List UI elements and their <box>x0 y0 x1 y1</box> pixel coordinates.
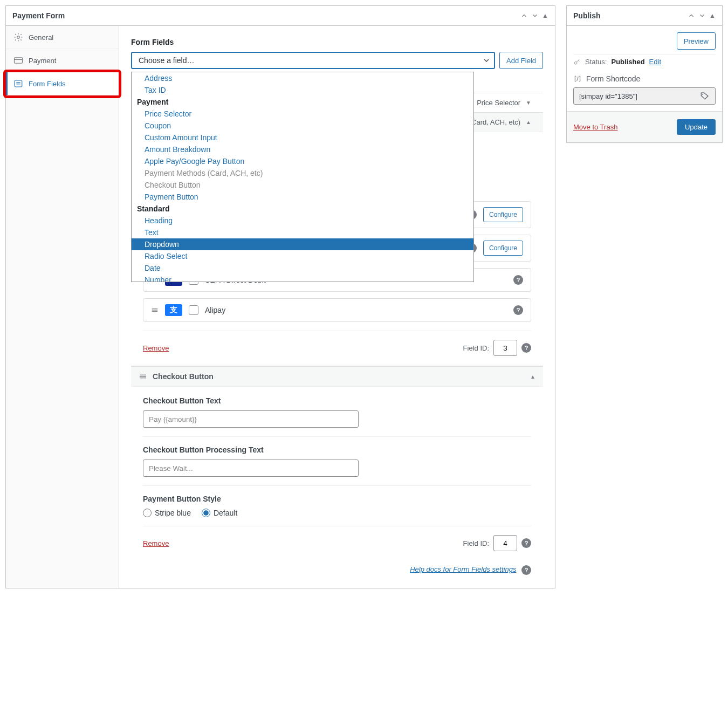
chevron-up-icon: ▲ <box>526 119 531 125</box>
radio-default[interactable]: Default <box>202 509 237 517</box>
sidebar-item-label: General <box>29 33 53 42</box>
optgroup-payment: Payment <box>132 96 473 108</box>
move-to-trash-link[interactable]: Move to Trash <box>573 123 617 131</box>
code-icon <box>573 74 582 83</box>
field-id-label: Field ID: <box>463 539 489 547</box>
accordion-title: Price Selector <box>477 99 520 107</box>
button-style-label: Payment Button Style <box>143 495 531 503</box>
payment-method-row-alipay: 支 Alipay ? <box>143 298 531 322</box>
svg-point-0 <box>17 36 20 39</box>
gear-icon <box>13 32 23 42</box>
sidebar-item-general[interactable]: General <box>6 26 119 49</box>
option-payment-methods: Payment Methods (Card, ACH, etc) <box>132 167 473 179</box>
field-type-dropdown[interactable]: Address Tax ID Payment Price Selector Co… <box>131 72 474 282</box>
checkout-text-input[interactable] <box>143 410 359 428</box>
section-heading: Form Fields <box>131 38 543 46</box>
svg-rect-3 <box>15 80 22 87</box>
sidebar-item-payment[interactable]: Payment <box>6 49 119 72</box>
publish-panel: Publish ▲ Preview <box>566 5 723 143</box>
accordion-checkout-button: Checkout Button ▲ Checkout Button Text C… <box>131 366 543 561</box>
chevron-down-icon[interactable] <box>698 12 706 19</box>
optgroup-standard: Standard <box>132 203 473 215</box>
chevron-up-icon[interactable] <box>688 12 695 19</box>
option-date[interactable]: Date <box>132 262 473 274</box>
settings-sidebar: General Payment Form Fields <box>6 26 119 588</box>
option-amount-breakdown[interactable]: Amount Breakdown <box>132 143 473 155</box>
panel-title: Publish <box>573 11 601 20</box>
chevron-up-icon[interactable] <box>520 12 528 19</box>
edit-status-link[interactable]: Edit <box>649 58 661 66</box>
shortcode-value: [simpay id="1385"] <box>579 92 637 100</box>
sidebar-item-form-fields[interactable]: Form Fields <box>6 72 119 95</box>
shortcode-box[interactable]: [simpay id="1385"] <box>573 87 716 105</box>
accordion-header[interactable]: Checkout Button ▲ <box>131 367 543 387</box>
option-payment-button[interactable]: Payment Button <box>132 191 473 203</box>
option-custom-amount[interactable]: Custom Amount Input <box>132 132 473 143</box>
preview-button[interactable]: Preview <box>677 32 716 50</box>
form-icon <box>13 79 23 88</box>
remove-link[interactable]: Remove <box>143 539 169 547</box>
option-radio-select[interactable]: Radio Select <box>132 250 473 262</box>
field-id-input[interactable] <box>493 535 517 551</box>
panel-header: Publish ▲ <box>567 6 722 26</box>
form-fields-content: Form Fields Choose a field… Add Field <box>119 26 555 588</box>
drag-handle-icon[interactable] <box>139 372 147 381</box>
help-docs-link[interactable]: Help docs for Form Fields settings <box>410 565 516 573</box>
processing-text-label: Checkout Button Processing Text <box>143 445 531 454</box>
alipay-logo-icon: 支 <box>165 304 182 316</box>
update-button[interactable]: Update <box>677 119 716 135</box>
help-icon[interactable]: ? <box>521 343 531 353</box>
chevron-down-icon[interactable] <box>531 12 539 19</box>
collapse-toggle-icon[interactable]: ▲ <box>542 12 548 19</box>
add-field-button[interactable]: Add Field <box>499 52 543 69</box>
help-icon[interactable]: ? <box>513 275 523 285</box>
panel-header: Payment Form ▲ <box>6 6 555 26</box>
chevron-down-icon: ▼ <box>526 100 531 106</box>
option-price-selector[interactable]: Price Selector <box>132 108 473 120</box>
radio-stripe-blue[interactable]: Stripe blue <box>143 509 191 517</box>
option-number[interactable]: Number <box>132 274 473 282</box>
processing-text-input[interactable] <box>143 460 359 477</box>
help-icon[interactable]: ? <box>521 538 531 548</box>
payment-method-label: Alipay <box>205 306 507 314</box>
sidebar-item-label: Payment <box>29 57 56 65</box>
svg-point-15 <box>574 61 577 64</box>
collapse-toggle-icon[interactable]: ▲ <box>709 12 716 19</box>
field-id-label: Field ID: <box>463 344 489 352</box>
status-label: Status: <box>585 58 607 66</box>
option-text[interactable]: Text <box>132 227 473 238</box>
option-tax-id[interactable]: Tax ID <box>132 84 473 96</box>
enable-checkbox[interactable] <box>189 305 198 315</box>
accordion-title: Checkout Button <box>153 372 214 381</box>
option-coupon[interactable]: Coupon <box>132 120 473 132</box>
chevron-up-icon: ▲ <box>530 374 535 380</box>
remove-link[interactable]: Remove <box>143 344 169 352</box>
drag-handle-icon[interactable] <box>151 306 159 314</box>
help-icon[interactable]: ? <box>513 305 523 315</box>
checkout-text-label: Checkout Button Text <box>143 396 531 405</box>
status-value: Published <box>611 58 644 66</box>
option-heading[interactable]: Heading <box>132 215 473 227</box>
svg-rect-1 <box>15 58 23 64</box>
key-icon <box>573 58 581 66</box>
payment-form-panel: Payment Form ▲ <box>5 5 555 588</box>
field-id-input[interactable] <box>493 340 517 356</box>
shortcode-heading: Form Shortcode <box>586 74 640 83</box>
panel-title: Payment Form <box>12 11 65 20</box>
card-icon <box>13 56 23 65</box>
svg-point-16 <box>702 94 703 95</box>
configure-button[interactable]: Configure <box>483 207 523 222</box>
sidebar-item-label: Form Fields <box>29 80 66 88</box>
option-checkout-button: Checkout Button <box>132 179 473 191</box>
option-apple-google-pay[interactable]: Apple Pay/Google Pay Button <box>132 155 473 167</box>
option-address[interactable]: Address <box>132 72 473 84</box>
help-icon[interactable]: ? <box>521 565 531 575</box>
option-dropdown[interactable]: Dropdown <box>132 238 473 250</box>
tag-icon <box>700 91 710 101</box>
configure-button[interactable]: Configure <box>483 241 523 256</box>
field-type-select[interactable]: Choose a field… <box>131 52 495 69</box>
